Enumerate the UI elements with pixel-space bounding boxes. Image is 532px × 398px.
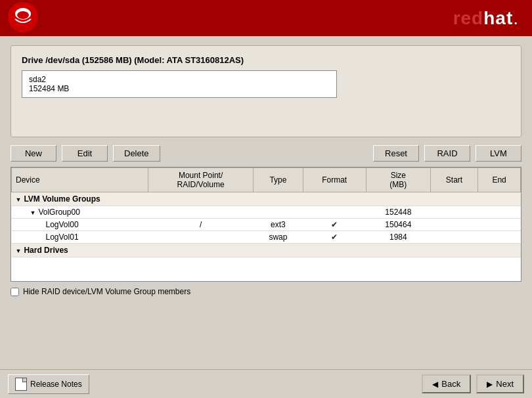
hide-raid-checkbox[interactable] [11, 288, 19, 296]
drive-partition-box: sda2 152484 MB [22, 70, 337, 98]
lvm-volume-groups-row[interactable]: LVM Volume Groups [12, 192, 521, 206]
logvol01-mount [148, 231, 253, 244]
volgroup00-format [303, 206, 366, 219]
delete-button[interactable]: Delete [113, 145, 160, 162]
lvm-group-label: LVM Volume Groups [12, 192, 521, 206]
col-type: Type [254, 168, 303, 192]
header: redhat. [0, 0, 532, 36]
volgroup00-start [430, 206, 477, 219]
logvol00-start [430, 219, 477, 231]
logvol01-row[interactable]: LogVol01 swap ✔ 1984 [12, 231, 521, 244]
volgroup00-name: VolGroup00 [12, 206, 148, 219]
col-start: Start [430, 168, 477, 192]
doc-icon [15, 378, 27, 391]
lvm-button[interactable]: LVM [476, 145, 521, 162]
logvol00-size: 150464 [366, 219, 430, 231]
partition-table: Device Mount Point/RAID/Volume Type Form… [11, 167, 521, 257]
col-format: Format [303, 168, 366, 192]
col-device: Device [12, 168, 148, 192]
next-button[interactable]: ▶ Next [476, 374, 524, 393]
hard-drives-label: Hard Drives [12, 244, 521, 257]
drive-info-box: Drive /dev/sda (152586 MB) (Model: ATA S… [11, 45, 521, 137]
hide-raid-row: Hide RAID device/LVM Volume Group member… [11, 287, 521, 296]
reset-button[interactable]: Reset [373, 145, 419, 162]
logvol01-size: 1984 [366, 231, 430, 244]
hard-drives-row[interactable]: Hard Drives [12, 244, 521, 257]
col-size: Size(MB) [366, 168, 430, 192]
bottom-right: ◀ Back ▶ Next [422, 374, 524, 393]
col-mount: Mount Point/RAID/Volume [148, 168, 253, 192]
logvol00-mount: / [148, 219, 253, 231]
logvol00-row[interactable]: LogVol00 / ext3 ✔ 150464 [12, 219, 521, 231]
logvol01-end [478, 231, 521, 244]
main-content: Drive /dev/sda (152586 MB) (Model: ATA S… [0, 36, 532, 296]
bottom-left: Release Notes [8, 374, 89, 394]
volgroup00-end [478, 206, 521, 219]
volgroup00-mount [148, 206, 253, 219]
logvol01-start [430, 231, 477, 244]
partition-table-container: Device Mount Point/RAID/Volume Type Form… [11, 167, 521, 282]
logvol00-format: ✔ [303, 219, 366, 231]
raid-button[interactable]: RAID [424, 145, 470, 162]
brand-text: redhat. [453, 8, 525, 29]
logvol01-type: swap [254, 231, 303, 244]
volgroup00-row[interactable]: VolGroup00 152448 [12, 206, 521, 219]
release-notes-label: Release Notes [30, 380, 82, 389]
next-label: Next [496, 379, 514, 389]
hide-raid-label[interactable]: Hide RAID device/LVM Volume Group member… [23, 287, 190, 296]
svg-point-2 [17, 11, 29, 19]
back-arrow-icon: ◀ [432, 380, 438, 389]
logvol00-name: LogVol00 [12, 219, 148, 231]
bottom-bar: Release Notes ◀ Back ▶ Next [0, 369, 532, 398]
logvol00-type: ext3 [254, 219, 303, 231]
logvol01-name: LogVol01 [12, 231, 148, 244]
partition-name: sda2 [29, 75, 330, 84]
logvol00-end [478, 219, 521, 231]
back-button[interactable]: ◀ Back [422, 374, 471, 393]
logvol01-format: ✔ [303, 231, 366, 244]
volgroup00-type [254, 206, 303, 219]
col-end: End [478, 168, 521, 192]
partition-table-scroll[interactable]: Device Mount Point/RAID/Volume Type Form… [11, 167, 521, 281]
edit-button[interactable]: Edit [62, 145, 108, 162]
next-arrow-icon: ▶ [487, 380, 493, 389]
volgroup00-size: 152448 [366, 206, 430, 219]
partition-size: 152484 MB [29, 84, 330, 93]
back-label: Back [441, 379, 460, 389]
release-notes-button[interactable]: Release Notes [8, 374, 89, 394]
new-button[interactable]: New [11, 145, 56, 162]
drive-title: Drive /dev/sda (152586 MB) (Model: ATA S… [22, 55, 510, 65]
redhat-logo [7, 1, 39, 35]
toolbar: New Edit Delete Reset RAID LVM [11, 145, 521, 162]
